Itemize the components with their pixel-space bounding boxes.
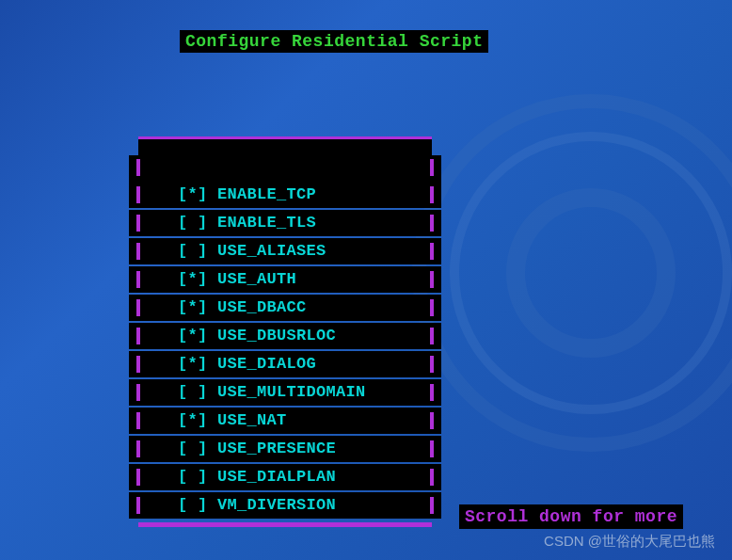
menu-item-use_dialog[interactable]: [*] USE_DIALOG bbox=[129, 351, 441, 377]
menu-item-use_auth[interactable]: [*] USE_AUTH bbox=[129, 266, 441, 293]
menu-item-label: [*] USE_AUTH bbox=[178, 270, 296, 288]
menu-item-label: [ ] VM_DIVERSION bbox=[178, 496, 336, 514]
dialog-title: Configure Residential Script bbox=[180, 30, 488, 53]
menu-item-label: [ ] USE_DIALPLAN bbox=[178, 468, 336, 486]
menu-item-use_aliases[interactable]: [ ] USE_ALIASES bbox=[129, 238, 441, 264]
menu-item-use_dbusrloc[interactable]: [*] USE_DBUSRLOC bbox=[129, 323, 441, 349]
menu-item-label: [*] USE_NAT bbox=[178, 411, 287, 429]
menu-item-label: [ ] USE_ALIASES bbox=[178, 242, 326, 260]
menu-item-enable_tcp[interactable]: [*] ENABLE_TCP bbox=[129, 182, 441, 208]
menu-item-use_dbacc[interactable]: [*] USE_DBACC bbox=[129, 295, 441, 321]
dialog-header-spacer bbox=[129, 155, 441, 182]
background-decoration bbox=[393, 75, 732, 471]
scroll-down-hint: Scroll down for more bbox=[459, 504, 683, 529]
menu-item-use_nat[interactable]: [*] USE_NAT bbox=[129, 408, 441, 434]
dialog-border-top bbox=[138, 136, 432, 155]
menu-item-label: [*] ENABLE_TCP bbox=[178, 185, 316, 203]
menu-item-label: [*] USE_DIALOG bbox=[178, 355, 316, 373]
menu-item-label: [*] USE_DBUSRLOC bbox=[178, 327, 336, 344]
menu-item-use_multidomain[interactable]: [ ] USE_MULTIDOMAIN bbox=[129, 379, 441, 406]
menu-item-label: [ ] USE_PRESENCE bbox=[178, 440, 336, 457]
checklist-menu[interactable]: [*] ENABLE_TCP[ ] ENABLE_TLS[ ] USE_ALIA… bbox=[129, 182, 441, 520]
menu-item-enable_tls[interactable]: [ ] ENABLE_TLS bbox=[129, 210, 441, 236]
menu-item-label: [ ] ENABLE_TLS bbox=[178, 214, 316, 232]
watermark: CSDN @世俗的大尾巴也熊 bbox=[544, 533, 715, 551]
menu-item-label: [ ] USE_MULTIDOMAIN bbox=[178, 383, 366, 401]
dialog-border-bottom bbox=[138, 522, 432, 527]
menu-item-vm_diversion[interactable]: [ ] VM_DIVERSION bbox=[129, 492, 441, 519]
menu-item-use_presence[interactable]: [ ] USE_PRESENCE bbox=[129, 436, 441, 462]
menu-item-label: [*] USE_DBACC bbox=[178, 298, 307, 316]
menu-item-use_dialplan[interactable]: [ ] USE_DIALPLAN bbox=[129, 464, 441, 490]
